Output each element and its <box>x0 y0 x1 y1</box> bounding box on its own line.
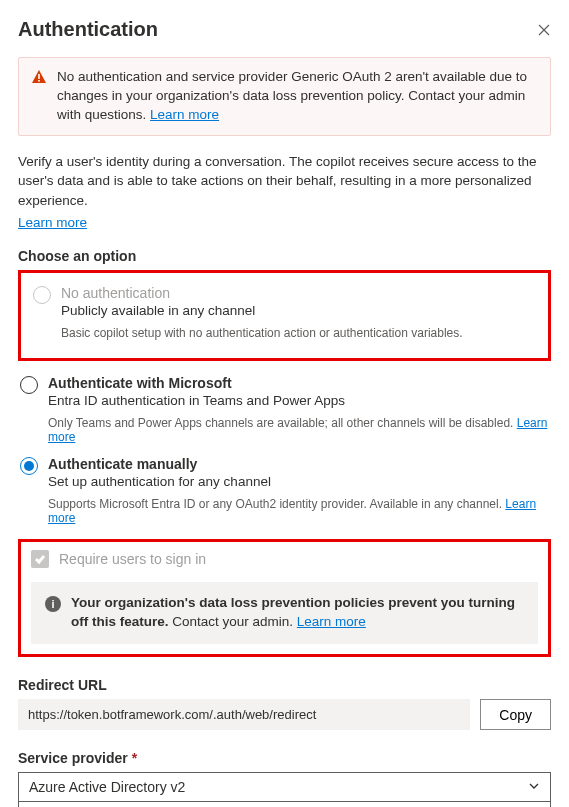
redirect-url-input[interactable] <box>18 699 470 730</box>
require-signin-label: Require users to sign in <box>59 551 206 567</box>
option-authenticate-manually[interactable]: Authenticate manually Set up authenticat… <box>18 452 551 533</box>
radio-no-authentication <box>33 286 51 304</box>
option-note: Supports Microsoft Entra ID or any OAuth… <box>48 497 549 525</box>
require-signin-checkbox <box>31 550 49 568</box>
require-signin-row: Require users to sign in <box>31 550 538 568</box>
dlp-info-text: Your organization's data loss prevention… <box>71 594 524 632</box>
intro-text: Verify a user's identity during a conver… <box>18 152 551 211</box>
svg-rect-0 <box>38 74 40 79</box>
warning-learn-more-link[interactable]: Learn more <box>150 107 219 122</box>
required-indicator: * <box>132 750 137 766</box>
service-provider-label: Service provider * <box>18 750 551 766</box>
service-provider-dropdown: Azure Active Directory Azure Active Dire… <box>18 802 551 807</box>
option-title: Authenticate manually <box>48 456 549 472</box>
option-subtitle: Set up authentication for any channel <box>48 474 549 489</box>
option-note: Only Teams and Power Apps channels are a… <box>48 416 549 444</box>
option-title: No authentication <box>61 285 536 301</box>
choose-option-label: Choose an option <box>18 248 551 264</box>
option-subtitle: Publicly available in any channel <box>61 303 536 318</box>
chevron-down-icon <box>528 779 540 795</box>
highlight-box-no-auth: No authentication Publicly available in … <box>18 270 551 361</box>
redirect-url-label: Redirect URL <box>18 677 551 693</box>
close-button[interactable] <box>537 23 551 37</box>
radio-authenticate-manually[interactable] <box>20 457 38 475</box>
service-provider-selected: Azure Active Directory v2 <box>29 779 185 795</box>
option-no-authentication[interactable]: No authentication Publicly available in … <box>31 281 538 348</box>
copy-button[interactable]: Copy <box>480 699 551 730</box>
radio-authenticate-microsoft[interactable] <box>20 376 38 394</box>
intro-learn-more-link[interactable]: Learn more <box>18 215 87 230</box>
warning-banner: No authentication and service provider G… <box>18 57 551 136</box>
info-icon: i <box>45 596 61 612</box>
dlp-info-banner: i Your organization's data loss preventi… <box>31 582 538 644</box>
service-provider-select[interactable]: Azure Active Directory v2 <box>18 772 551 802</box>
dlp-learn-more-link[interactable]: Learn more <box>297 614 366 629</box>
option-title: Authenticate with Microsoft <box>48 375 549 391</box>
highlight-box-require-signin: Require users to sign in i Your organiza… <box>18 539 551 657</box>
warning-icon <box>31 69 47 125</box>
warning-text: No authentication and service provider G… <box>57 68 538 125</box>
option-subtitle: Entra ID authentication in Teams and Pow… <box>48 393 549 408</box>
svg-rect-1 <box>38 80 40 82</box>
option-authenticate-microsoft[interactable]: Authenticate with Microsoft Entra ID aut… <box>18 371 551 452</box>
page-title: Authentication <box>18 18 158 41</box>
dropdown-option-aad[interactable]: Azure Active Directory <box>19 802 550 807</box>
option-note: Basic copilot setup with no authenticati… <box>61 326 536 340</box>
